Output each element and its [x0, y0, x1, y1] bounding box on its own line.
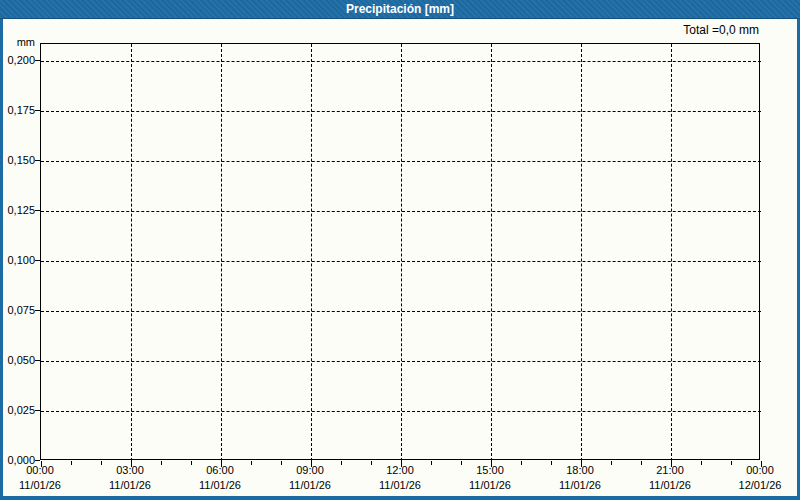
precipitation-chart-window: Precipitación [mm] Total =0,0 mm mm 0,20… [0, 0, 800, 500]
gridline-vertical [131, 44, 132, 461]
y-axis-tick-label: 0,100 [0, 253, 35, 267]
x-axis-date-label: 11/01/26 [625, 478, 715, 492]
gridline-vertical [401, 44, 402, 461]
x-axis-date-label: 11/01/26 [85, 478, 175, 492]
y-axis-tick [35, 110, 40, 111]
gridline-vertical [221, 44, 222, 461]
x-axis-date-label: 11/01/26 [445, 478, 535, 492]
gridline-vertical [671, 44, 672, 461]
x-axis-time-label: 21:00 [625, 463, 715, 477]
x-axis-date-label: 11/01/26 [175, 478, 265, 492]
x-axis-time-label: 15:00 [445, 463, 535, 477]
y-axis-tick [35, 460, 40, 461]
y-axis-tick-label: 0,150 [0, 153, 35, 167]
x-axis-time-label: 09:00 [265, 463, 355, 477]
y-axis-tick-label: 0,075 [0, 303, 35, 317]
x-axis-time-label: 00:00 [715, 463, 800, 477]
y-axis-tick [35, 60, 40, 61]
chart-canvas: Total =0,0 mm mm 0,2000,1750,1500,1250,1… [0, 19, 800, 500]
y-axis-tick [35, 210, 40, 211]
y-axis-unit-label: mm [0, 36, 35, 48]
y-axis-tick-label: 0,025 [0, 403, 35, 417]
x-axis-date-label: 11/01/26 [265, 478, 355, 492]
y-axis-tick-label: 0,050 [0, 353, 35, 367]
gridline-vertical [311, 44, 312, 461]
x-axis-time-label: 18:00 [535, 463, 625, 477]
y-axis-tick-label: 0,125 [0, 203, 35, 217]
chart-title: Precipitación [mm] [346, 0, 454, 19]
x-axis-date-label: 11/01/26 [535, 478, 625, 492]
y-axis-tick [35, 160, 40, 161]
y-axis-tick [35, 360, 40, 361]
plot-area [40, 43, 760, 460]
x-axis-time-label: 00:00 [0, 463, 85, 477]
x-axis-time-label: 03:00 [85, 463, 175, 477]
x-axis-date-label: 12/01/26 [715, 478, 800, 492]
gridline-vertical [491, 44, 492, 461]
x-axis-time-label: 12:00 [355, 463, 445, 477]
chart-title-bar: Precipitación [mm] [0, 0, 800, 19]
x-axis-time-label: 06:00 [175, 463, 265, 477]
y-axis-tick [35, 410, 40, 411]
y-axis-tick-label: 0,175 [0, 103, 35, 117]
y-axis-tick [35, 310, 40, 311]
x-axis-date-label: 11/01/26 [355, 478, 445, 492]
y-axis-tick-label: 0,200 [0, 53, 35, 67]
x-axis-date-label: 11/01/26 [0, 478, 85, 492]
total-value-label: Total =0,0 mm [683, 23, 759, 37]
y-axis-tick [35, 260, 40, 261]
gridline-vertical [581, 44, 582, 461]
